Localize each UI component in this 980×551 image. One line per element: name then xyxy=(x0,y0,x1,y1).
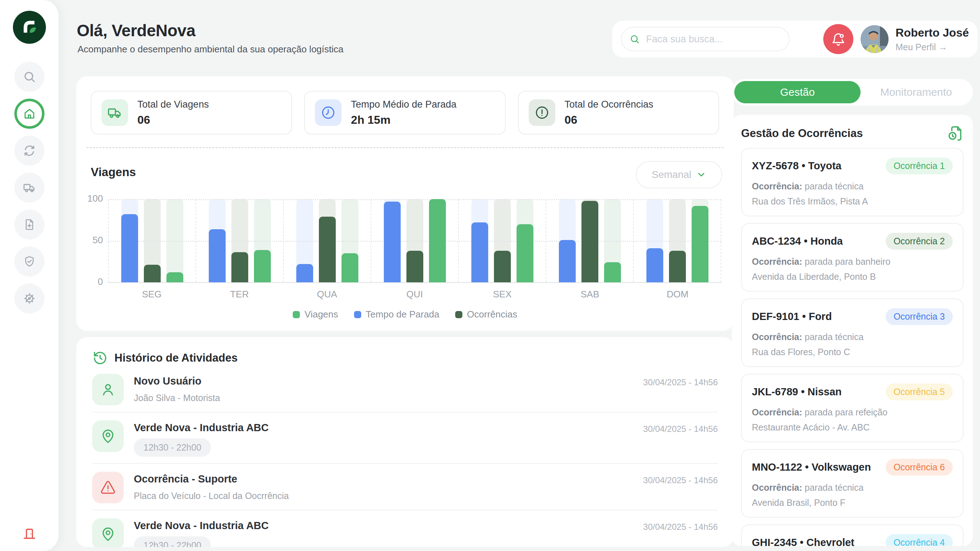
section-divider xyxy=(86,147,724,148)
occurrence-badge: Ocorrência 2 xyxy=(886,233,953,250)
occurrence-badge: Ocorrência 6 xyxy=(886,459,953,476)
stat-value: 06 xyxy=(137,113,209,127)
dashboard-page: Olá, VerdeNova Acompanhe o desempenho am… xyxy=(0,0,980,551)
activity-timestamp: 30/04/2025 - 14h56 xyxy=(643,424,718,434)
map-pin-icon xyxy=(92,420,124,452)
activity-row: Ocorrência - Suporte Placa do Veículo - … xyxy=(92,463,718,510)
tab-monitoramento[interactable]: Monitoramento xyxy=(863,79,969,105)
stat-total-viagens: Total de Viagens 06 xyxy=(91,91,292,135)
x-axis-label-sex: SEX xyxy=(458,289,546,300)
activity-item-title: Verde Nova - Industria ABC xyxy=(134,422,269,434)
sidebar-nav xyxy=(14,62,45,314)
sidebar xyxy=(0,0,59,551)
occurrence-label: Ocorrência: xyxy=(752,483,802,492)
search-icon xyxy=(630,33,640,45)
vehicle-title: MNO-1122 • Volkswagen xyxy=(752,461,871,473)
occurrence-card[interactable]: GHI-2345 • Chevrolet Ocorrência 4 Ocorrê… xyxy=(741,524,964,546)
occurrences-panel[interactable]: Gestão de Ocorrências XYZ-5678 • Toyota … xyxy=(732,115,973,546)
period-dropdown[interactable]: Semanal xyxy=(636,161,722,188)
activity-title: Histórico de Atividades xyxy=(115,352,237,365)
door-exit-icon xyxy=(22,527,37,541)
bar-tempo-de-parada-sab xyxy=(559,199,576,282)
chevron-down-icon xyxy=(696,170,706,180)
occurrence-badge: Ocorrência 1 xyxy=(886,158,953,174)
bar-tempo-de-parada-ter xyxy=(209,199,226,282)
sidebar-item-security[interactable] xyxy=(14,247,45,277)
bell-dot-icon xyxy=(831,32,846,47)
occurrence-card[interactable]: XYZ-5678 • Toyota Ocorrência 1 Ocorrênci… xyxy=(741,148,964,216)
legend-swatch xyxy=(354,311,361,318)
search-input[interactable] xyxy=(645,33,781,45)
stat-total-ocorrencias: Total de Ocorrências 06 xyxy=(518,91,719,135)
occurrence-description: Ocorrência: parada para banheiro xyxy=(752,256,953,267)
profile-link[interactable]: Meu Perfil → xyxy=(896,42,969,53)
occurrence-description: Ocorrência: parada técnica xyxy=(752,181,953,191)
occurrence-card[interactable]: JKL-6789 • Nissan Ocorrência 5 Ocorrênci… xyxy=(741,374,964,442)
period-dropdown-value: Semanal xyxy=(652,169,692,180)
activity-item-title: Verde Nova - Industria ABC xyxy=(134,520,269,532)
stat-label: Tempo Médio de Parada xyxy=(351,99,456,110)
legend-item-tempo-de-parada: Tempo de Parada xyxy=(354,309,439,320)
file-clock-icon[interactable] xyxy=(947,125,964,142)
sidebar-item-sync[interactable] xyxy=(14,135,45,166)
sidebar-item-settings[interactable] xyxy=(14,283,45,314)
sync-icon xyxy=(23,144,36,157)
chart-legend: ViagensTempo de ParadaOcorrências xyxy=(76,309,733,320)
legend-swatch xyxy=(293,311,300,318)
occurrence-type: parada técnica xyxy=(802,332,864,342)
occurrence-card[interactable]: ABC-1234 • Honda Ocorrência 2 Ocorrência… xyxy=(741,223,964,291)
x-axis-label-dom: DOM xyxy=(634,289,721,300)
vehicle-title: GHI-2345 • Chevrolet xyxy=(752,537,854,546)
sidebar-item-home[interactable] xyxy=(14,99,45,129)
activity-item-title: Novo Usuário xyxy=(134,375,220,387)
x-axis-label-qua: QUA xyxy=(283,289,371,300)
logout-button[interactable] xyxy=(22,527,37,541)
y-axis-tick: 50 xyxy=(92,235,103,246)
view-tabs: Gestão Monitoramento xyxy=(732,79,973,105)
occurrence-label: Ocorrência: xyxy=(752,256,802,266)
stat-value: 06 xyxy=(565,113,654,127)
notifications-button[interactable] xyxy=(823,24,853,54)
activity-timestamp: 30/04/2025 - 14h56 xyxy=(643,475,718,485)
gear-icon xyxy=(22,291,36,305)
occurrence-card[interactable]: DEF-9101 • Ford Ocorrência 3 Ocorrência:… xyxy=(741,298,964,367)
search-field[interactable] xyxy=(621,27,789,51)
chart-title: Viagens xyxy=(91,166,136,179)
sidebar-item-search[interactable] xyxy=(14,62,45,92)
bar-tempo-de-parada-sex xyxy=(471,199,488,282)
legend-label: Tempo de Parada xyxy=(366,309,439,320)
verdenova-logo[interactable] xyxy=(13,11,46,44)
stat-label: Total de Ocorrências xyxy=(565,99,654,110)
x-axis-label-seg: SEG xyxy=(108,289,196,300)
activity-card: Histórico de Atividades Novo Usuário Joã… xyxy=(76,337,733,547)
x-axis-labels: SEGTERQUAQUISEXSABDOM xyxy=(108,289,721,300)
sidebar-item-new-document[interactable] xyxy=(14,210,45,240)
x-axis-label-qui: QUI xyxy=(371,289,458,300)
map-pin-icon xyxy=(92,518,124,547)
chart-plot: 100 50 0 xyxy=(108,199,721,282)
occurrence-card[interactable]: MNO-1122 • Volkswagen Ocorrência 6 Ocorr… xyxy=(741,449,964,518)
bar-ocorrências-qua xyxy=(319,199,336,282)
sidebar-item-fleet[interactable] xyxy=(14,172,45,203)
bar-viagens-sex xyxy=(517,199,533,282)
y-axis-tick: 0 xyxy=(98,276,103,287)
stats-row: Total de Viagens 06 Tempo Médio de Parad… xyxy=(91,91,719,135)
tab-gestao[interactable]: Gestão xyxy=(734,81,861,104)
x-axis-label-ter: TER xyxy=(196,289,283,300)
occurrence-description: Ocorrência: parada técnica xyxy=(752,483,953,493)
bar-viagens-dom xyxy=(692,199,708,282)
occurrence-location: Rua das Flores, Ponto C xyxy=(752,347,953,357)
user-block: Roberto José Meu Perfil → xyxy=(896,26,969,53)
page-title: Olá, VerdeNova xyxy=(77,21,196,40)
legend-swatch xyxy=(455,311,462,318)
stat-label: Total de Viagens xyxy=(137,99,209,110)
user-name: Roberto José xyxy=(896,26,969,40)
occurrence-location: Avenida Brasil, Ponto F xyxy=(752,498,953,508)
occurrence-description: Ocorrência: parada para refeição xyxy=(752,407,953,417)
avatar[interactable] xyxy=(861,25,889,53)
truck-icon xyxy=(22,181,36,194)
occurrence-location: Restaurante Acácio - Av. ABC xyxy=(752,422,953,433)
occurrence-type: parada para refeição xyxy=(802,407,888,417)
gridline-50 xyxy=(108,241,721,242)
occurrence-label: Ocorrência: xyxy=(752,181,802,191)
